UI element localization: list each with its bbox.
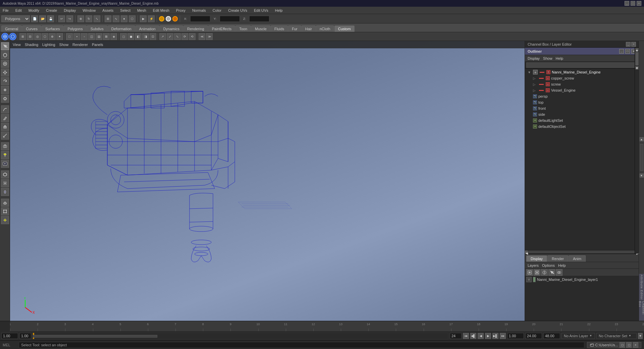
viewport[interactable]: View Shading Lighting Show Renderer Pane… (10, 41, 525, 321)
layer-delete-btn[interactable] (534, 269, 540, 276)
viewport-menu-shading[interactable]: Shading (25, 43, 38, 47)
extrude-tool[interactable] (1, 123, 9, 131)
rotate-tool[interactable] (1, 77, 9, 85)
layer-menu-options[interactable]: Options (542, 263, 555, 267)
tab-subdivs[interactable]: Subdivs (87, 26, 107, 32)
curve-tool[interactable] (1, 105, 9, 113)
tab-muscle[interactable]: Muscle (251, 26, 270, 32)
layer-visible-btn[interactable]: V (526, 277, 532, 282)
expand-icon-copper[interactable]: ▷ (533, 77, 537, 80)
icon-btn-7[interactable]: □ (66, 33, 73, 40)
channel-box-tab[interactable]: Channel Box (639, 301, 644, 321)
layer-new-btn[interactable] (526, 269, 533, 276)
tab-surfaces[interactable]: Surfaces (42, 26, 63, 32)
title-bar-controls[interactable]: _ □ × (625, 1, 641, 6)
icon-btn-13[interactable]: ◈ (110, 33, 117, 40)
sculpt-tool[interactable] (1, 199, 9, 207)
toolbar-snap-view[interactable]: ⬡ (129, 15, 136, 22)
icon-btn-20[interactable]: ⤢ (167, 33, 173, 40)
tree-item-top[interactable]: 📷 top (525, 99, 639, 105)
side-scroll-thumb[interactable] (640, 144, 643, 171)
viewport-menu-show[interactable]: Show (59, 43, 69, 47)
paint-select-tool[interactable] (1, 60, 9, 68)
attribute-editor-tab[interactable]: Attribute Editor (639, 274, 644, 301)
anim-end-field2[interactable] (543, 333, 560, 339)
layer-color-swatch[interactable] (533, 277, 536, 282)
tab-rendering[interactable]: Rendering (183, 26, 208, 32)
tree-item-persp[interactable]: 📷 persp (525, 93, 639, 99)
show-manipulator[interactable] (1, 207, 9, 215)
playback-prev-key-btn[interactable]: ◀▌ (470, 333, 476, 339)
playback-last-btn[interactable]: ⏭ (500, 333, 506, 339)
toolbar-open[interactable]: 📂 (39, 15, 46, 22)
status-cmd-close[interactable]: × (633, 342, 638, 348)
layer-attrs-btn[interactable] (541, 269, 548, 276)
icon-move-tool[interactable] (1, 33, 9, 40)
viewport-menu-panels[interactable]: Panels (92, 43, 103, 47)
toolbar-new[interactable]: 📄 (31, 15, 38, 22)
channel-box-minimize[interactable]: _ (626, 42, 631, 47)
y-field[interactable] (220, 16, 240, 22)
outliner-menu-display[interactable]: Display (528, 56, 540, 60)
toolbar-scale[interactable]: ⤡ (94, 15, 100, 22)
custom-tool[interactable] (1, 216, 9, 224)
icon-btn-16[interactable]: ◧ (135, 33, 142, 40)
icon-btn-19[interactable]: ↗ (159, 33, 166, 40)
tree-item-lightset[interactable]: ☀ defaultLightSet (525, 117, 639, 123)
icon-btn-12[interactable]: ⊠ (103, 33, 110, 40)
vscroll-down[interactable]: ▼ (635, 66, 639, 69)
hscroll-track[interactable] (528, 251, 636, 253)
anim-end-field1[interactable] (525, 333, 542, 339)
icon-btn-3[interactable]: ◎ (34, 33, 41, 40)
playback-first-btn[interactable]: ⏮ (463, 333, 469, 339)
menu-help[interactable]: Help (274, 8, 284, 13)
camera-tool[interactable] (1, 142, 9, 150)
tree-item-nanni[interactable]: ▼ ◈ T Nanni_Marine_Diesel_Engine (525, 69, 639, 75)
layer-menu-help[interactable]: Help (558, 263, 566, 267)
outliner-vscroll[interactable]: ▲ ▼ (635, 48, 639, 254)
no-anim-layer-dropdown[interactable]: No Anim Layer ▼ (561, 333, 595, 339)
menu-display[interactable]: Display (62, 8, 77, 13)
tab-deformation[interactable]: Deformation (108, 26, 135, 32)
icon-btn-15[interactable]: ◼ (127, 33, 134, 40)
icon-btn-17[interactable]: ◨ (142, 33, 149, 40)
outliner-menu-help[interactable]: Help (556, 56, 564, 60)
icon-btn-4[interactable]: ⬡ (42, 33, 48, 40)
status-cmd-btn1[interactable]: ◻ (620, 342, 625, 348)
menu-edit-mesh[interactable]: Edit Mesh (152, 8, 171, 13)
expand-icon-vessel[interactable]: ▷ (533, 89, 537, 92)
menu-assets[interactable]: Assets (101, 8, 115, 13)
channel-box-close[interactable]: × (631, 42, 636, 47)
tab-painteffects[interactable]: PaintEffects (208, 26, 235, 32)
playback-range[interactable] (33, 335, 157, 338)
icon-btn-22[interactable]: ⟳ (181, 33, 188, 40)
outliner-menu-show[interactable]: Show (543, 56, 552, 60)
select-tool[interactable] (1, 42, 9, 50)
icon-btn-8[interactable]: ▪ (73, 33, 80, 40)
playback-scroll-btn[interactable]: ▼ (638, 333, 643, 339)
menu-window[interactable]: Window (81, 8, 97, 13)
tree-item-front[interactable]: 📷 front (525, 105, 639, 111)
menu-normals[interactable]: Normals (191, 8, 207, 13)
tree-item-vessel[interactable]: ▷ ○ Vessel_Engine (525, 87, 639, 93)
toolbar-rotate[interactable]: ↻ (86, 15, 92, 22)
snap-tool[interactable] (1, 179, 9, 187)
outliner-hscroll[interactable]: ◀ ▶ (525, 250, 639, 254)
toolbar-transform[interactable]: ⊕ (77, 15, 84, 22)
hscroll-left[interactable]: ◀ (525, 251, 528, 253)
toolbar-redo[interactable]: ↪ (66, 15, 73, 22)
icon-rotate-tool[interactable] (9, 33, 16, 40)
viewport-menu-lighting[interactable]: Lighting (42, 43, 55, 47)
no-char-set-dropdown[interactable]: No Character Set ▼ (596, 333, 637, 339)
tree-item-side[interactable]: 📷 side (525, 111, 639, 117)
playback-play-btn[interactable]: ▶ (485, 333, 491, 339)
viewport-menu-view[interactable]: View (13, 43, 21, 47)
icon-btn-24[interactable]: ≪ (199, 33, 205, 40)
layer-tab-display[interactable]: Display (526, 255, 547, 262)
menu-proxy[interactable]: Proxy (175, 8, 187, 13)
vscroll-thumb[interactable] (635, 52, 639, 65)
menu-mesh[interactable]: Mesh (136, 8, 148, 13)
layer-menu-layers[interactable]: Layers (528, 263, 539, 267)
outliner-window-controls[interactable]: _ □ × (619, 49, 636, 54)
transform-tool[interactable] (1, 95, 9, 103)
